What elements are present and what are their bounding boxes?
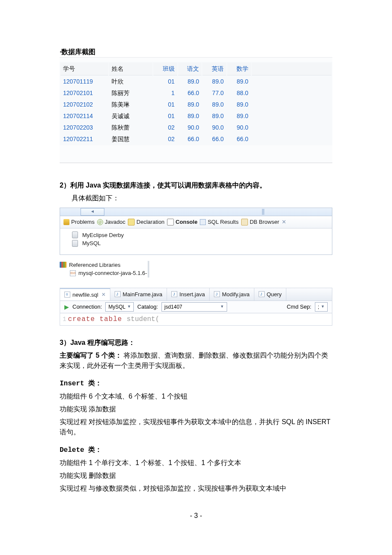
cell-id: 120702102 [61,99,108,110]
col-english: 英语 [202,63,226,75]
tab-label: Console [176,218,197,226]
cell-class: 02 [153,122,177,133]
eclipse-tabbar: Problems @Javadoc Declaration Console SQ… [60,216,332,228]
db-table: 学号 姓名 班级 语文 英语 数学 120701119叶欣0189.089.08… [60,62,332,145]
cell-english: 89.0 [202,99,226,110]
table-row: 120702102陈美琳0189.089.089.0 [61,99,331,110]
cell-id: 120701119 [61,76,108,87]
problems-icon [63,219,69,225]
sql-keyword: create table [68,315,127,323]
cmdsep-select[interactable]: ;▼ [315,302,328,312]
editor-tab-label: Insert.java [179,290,205,299]
sql-file-icon [64,292,70,298]
sql-editor-line[interactable]: 1create table student( [60,313,332,325]
tab-db-browser[interactable]: DB Browser✕ [241,218,286,226]
delete-line2: 功能实现 删除数据 [60,471,332,481]
jar-node[interactable]: 010 mysql-connector-java-5.1.6- [60,269,147,278]
insert-line3: 实现过程 对按钮添加监控，实现按钮事件为获取文本域中的信息，并执行 SQL 的 … [60,417,332,437]
cell-class: 01 [153,76,177,87]
close-icon[interactable]: ✕ [282,218,286,226]
connection-value: MySQL [108,303,125,311]
tree-item-derby[interactable]: MyEclipse Derby [72,231,328,240]
chevron-down-icon: ▼ [220,304,224,310]
cell-name: 陈美琳 [109,99,153,110]
connection-toolbar: ▶ Connection: MySQL▼ Catalog: jsd1407▼ C… [60,301,332,313]
sql-editor-screenshot: newfile.sql✕ MainFrame.java Insert.java … [60,288,332,326]
cell-name: 吴诚诚 [109,111,153,121]
table-row: 120702211姜国慧0266.066.066.0 [61,134,331,145]
tab-console[interactable]: Console [167,218,197,226]
tree-item-label: MyEclipse Derby [82,231,124,240]
delete-line3: 实现过程 与修改数据类似，对按钮添加监控，实现按钮事件为获取文本域中 [60,483,332,494]
cell-yuwen: 66.0 [178,134,202,145]
section2-heading: 2）利用 Java 实现数据库连接，使其可以调用数据库表格中的内容。 [60,180,332,191]
editor-tab-newfile-sql[interactable]: newfile.sql✕ [60,288,110,301]
java-file-icon [259,291,265,297]
cell-id: 120702203 [61,122,108,133]
cell-math: 90.0 [227,122,251,133]
declaration-icon [128,219,135,225]
tab-label: DB Browser [250,218,279,226]
cell-yuwen: 89.0 [178,76,202,87]
cell-math: 89.0 [227,76,251,87]
cell-english: 77.0 [202,88,226,98]
editor-tabbar: newfile.sql✕ MainFrame.java Insert.java … [60,288,332,301]
cell-english: 89.0 [202,76,226,87]
cell-class: 1 [153,88,177,98]
cell-math: 89.0 [227,99,251,110]
database-icon [72,231,78,238]
javadoc-icon: @ [97,219,103,225]
db-browser-tree: MyEclipse Derby MySQL [60,228,332,254]
cell-english: 89.0 [202,111,226,121]
java-file-icon [171,291,177,297]
col-math: 数学 [227,63,251,75]
console-icon [167,219,174,225]
cell-english: 90.0 [202,122,226,133]
close-icon[interactable]: ✕ [101,291,106,298]
tab-sql-results[interactable]: SQL Results [200,218,239,226]
chevron-down-icon: ▼ [321,304,325,310]
col-name: 姓名 [109,63,153,75]
tree-item-label: MySQL [82,239,101,248]
tree-item-mysql[interactable]: MySQL [72,239,328,248]
editor-tab-label: newfile.sql [72,291,98,299]
catalog-label: Catalog: [137,303,158,311]
run-sql-button[interactable]: ▶ [64,303,69,312]
java-file-icon [115,291,121,297]
page-number: - 3 - [60,511,332,521]
referenced-libraries-screenshot: Referenced Libraries 010 mysql-connector… [60,261,149,278]
cell-id: 120702101 [61,88,108,98]
eclipse-hscrollbar[interactable]: ◄ [60,208,332,216]
insert-line1: 功能组件 6 个文本域、6 个标签、1 个按钮 [60,391,332,402]
eclipse-console-screenshot: ◄ Problems @Javadoc Declaration Console … [60,208,332,255]
tab-declaration[interactable]: Declaration [128,218,164,226]
tab-label: SQL Results [208,218,239,226]
cell-name: 姜国慧 [109,134,153,145]
sql-identifier: student( [127,315,159,323]
table-row: 120702114吴诚诚0189.089.089.0 [61,111,331,121]
editor-tab-mainframe[interactable]: MainFrame.java [110,288,167,301]
referenced-libraries-label: Referenced Libraries [69,261,121,269]
jar-icon: 010 [70,270,76,276]
cell-name: 陈秋蕾 [109,122,153,133]
connection-select[interactable]: MySQL▼ [105,302,134,312]
editor-tab-query[interactable]: Query [254,288,286,301]
cell-yuwen: 66.0 [178,88,202,98]
tab-javadoc[interactable]: @Javadoc [97,218,125,226]
cell-id: 120702114 [61,111,108,121]
tab-problems[interactable]: Problems [63,218,95,226]
cell-class: 01 [153,111,177,121]
scrollbar-grip[interactable] [262,209,265,215]
referenced-libraries-node[interactable]: Referenced Libraries [60,261,147,269]
cell-id: 120702211 [61,134,108,145]
library-icon [60,262,66,268]
editor-tab-modify[interactable]: Modify.java [210,288,254,301]
col-id: 学号 [61,63,108,75]
cell-math: 88.0 [227,88,251,98]
scrollbar-left-arrow[interactable]: ◄ [81,208,104,216]
editor-tab-insert[interactable]: Insert.java [167,288,210,301]
insert-class-heading: Insert 类： [60,379,332,389]
editor-tab-label: Modify.java [222,290,250,299]
editor-tab-label: MainFrame.java [123,290,162,299]
catalog-select[interactable]: jsd1407▼ [161,302,227,312]
